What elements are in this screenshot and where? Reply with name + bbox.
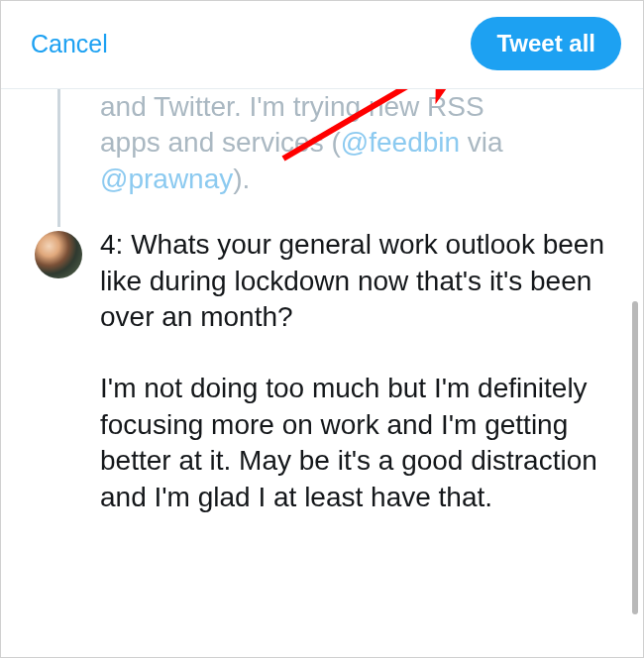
thread-connector-line <box>57 89 60 227</box>
tweet-paragraph-2: I'm not doing too much but I'm definitel… <box>100 371 615 515</box>
previous-tweet: and Twitter. I'm trying new RSS apps and… <box>1 89 643 227</box>
mention-prawnay[interactable]: @prawnay <box>100 164 233 194</box>
compose-header: Cancel Tweet all <box>1 1 643 89</box>
compose-content: and Twitter. I'm trying new RSS apps and… <box>1 89 643 656</box>
mention-feedbin[interactable]: @feedbin <box>341 127 460 158</box>
current-tweet: 4: Whats your general work outlook been … <box>1 227 643 535</box>
prev-tweet-line2: apps and services (@feedbin via @prawnay… <box>100 125 608 197</box>
scrollbar-thumb[interactable] <box>632 301 638 614</box>
prev-tweet-via: via <box>460 127 503 158</box>
prev-tweet-line1: and Twitter. I'm trying new RSS <box>100 89 608 125</box>
cancel-button[interactable]: Cancel <box>31 30 108 58</box>
tweet-compose-text[interactable]: 4: Whats your general work outlook been … <box>100 227 615 515</box>
tweet-paragraph-1: 4: Whats your general work outlook been … <box>100 227 615 335</box>
prev-tweet-text-prefix: apps and services ( <box>100 127 341 158</box>
prev-tweet-suffix: ). <box>233 164 250 194</box>
avatar <box>35 231 82 278</box>
tweet-all-button[interactable]: Tweet all <box>471 17 621 70</box>
